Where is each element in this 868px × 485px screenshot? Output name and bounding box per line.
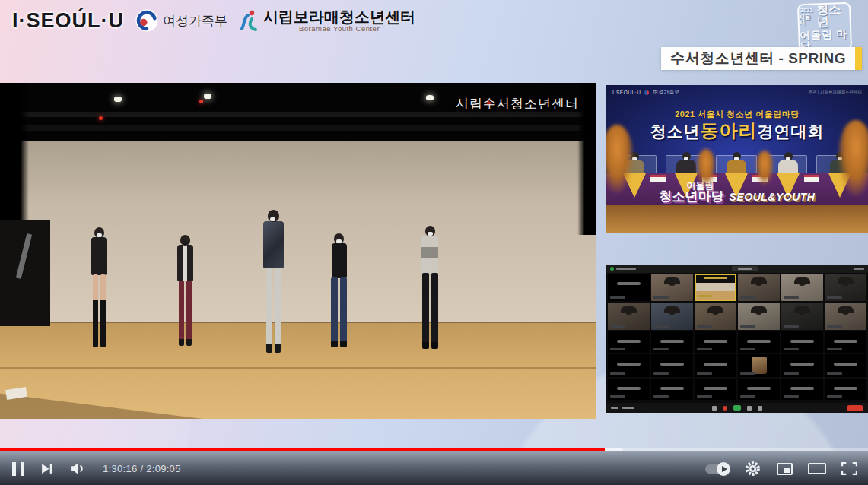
boramae-subtitle: Boramae Youth Center xyxy=(299,25,380,33)
offstage-equipment xyxy=(0,220,50,326)
zoom-participant-tile xyxy=(781,303,823,330)
zoom-mute-control xyxy=(611,407,618,409)
zoom-view-button xyxy=(732,266,758,271)
zoom-participant-tile xyxy=(695,379,736,400)
boramae-logo: 시립보라매청소년센터 Boramae Youth Center xyxy=(239,9,415,33)
zoom-participant-tile xyxy=(608,331,650,353)
settings-button[interactable] xyxy=(744,460,761,477)
zoom-participant-tile xyxy=(738,331,780,353)
stage-curtain-right xyxy=(577,83,596,235)
zoom-participant-tile xyxy=(695,331,736,353)
zoom-participant-tile xyxy=(825,354,866,377)
stage-sign-3d: 어울림 청소년마당 SEOUL&YOUTH xyxy=(660,181,816,204)
zoom-participant-tile xyxy=(781,274,823,301)
sign-word-main: 청소년마당 xyxy=(660,190,724,204)
volume-icon xyxy=(69,461,87,476)
dancer xyxy=(421,226,438,349)
judges-panel-video: I·SEOUL·U 여성가족부 주관 | 시립보라매청소년센터 2021 서울시… xyxy=(606,85,868,233)
dancer xyxy=(331,233,347,347)
video-watermark: 시립수서청소년센터 xyxy=(456,95,579,113)
event-title-accent xyxy=(855,47,862,70)
youtube-player: I·SEOÚL·U 여성가족부 시립보라매청소년센터 Boramae Youth… xyxy=(0,0,868,485)
zoom-participant-tile xyxy=(781,354,823,377)
banner-iseoul-logo: I·SEOUL·U xyxy=(612,90,641,95)
zoom-participant-tile xyxy=(651,274,693,301)
banner-title: 청소년동아리경연대회 xyxy=(606,119,868,143)
badge-city: 서울시 xyxy=(799,14,815,26)
zoom-title-bar xyxy=(606,265,868,273)
event-badge: 2021 서울시 청소년 어울림 마당 xyxy=(797,2,852,52)
zoom-participant-tile xyxy=(781,379,823,400)
event-title-bar: 수서청소년센터 - SPRING xyxy=(661,47,862,70)
zoom-video-control xyxy=(622,407,634,409)
event-title-text: 수서청소년센터 - SPRING xyxy=(661,47,855,70)
zoom-participant-tile xyxy=(825,303,866,330)
banner-mogef-icon xyxy=(644,90,649,95)
zoom-shield-icon xyxy=(610,267,614,271)
time-display: 1:30:16 / 2:09:05 xyxy=(103,463,181,474)
volume-button[interactable] xyxy=(69,461,87,476)
pause-button[interactable] xyxy=(12,462,24,476)
dancer xyxy=(177,235,193,346)
zoom-participant-tile xyxy=(695,303,736,330)
badge-word1: 청소년 xyxy=(816,3,850,28)
zoom-end-button xyxy=(847,405,863,411)
dancer xyxy=(91,227,107,347)
zoom-meeting-video xyxy=(606,265,868,413)
miniplayer-button[interactable] xyxy=(777,463,793,475)
judge xyxy=(676,152,696,173)
judge xyxy=(727,152,746,173)
zoom-record-icon xyxy=(723,406,727,411)
zoom-participant-tile xyxy=(738,274,780,301)
pampas-decoration xyxy=(696,149,716,187)
dancer xyxy=(263,210,284,353)
badge-year: 2021 xyxy=(800,8,813,14)
pampas-decoration xyxy=(755,151,774,185)
zoom-security-icon xyxy=(712,406,717,411)
zoom-meeting-info xyxy=(616,268,636,270)
miniplayer-icon xyxy=(784,468,790,473)
zoom-participant-tile xyxy=(781,331,823,353)
zoom-participant-tile xyxy=(738,354,780,377)
zoom-participant-grid xyxy=(608,274,866,400)
banner-credit-text: 주관 | 시립보라매청소년센터 xyxy=(809,90,863,95)
zoom-participant-tile xyxy=(738,379,780,400)
zoom-participant-tile xyxy=(651,379,693,400)
zoom-reactions-icon xyxy=(758,406,762,411)
stage-back-wall xyxy=(0,141,596,322)
zoom-participant-tile xyxy=(695,354,736,377)
zoom-toolbar xyxy=(606,403,868,413)
boramae-label: 시립보라매청소년센터 xyxy=(263,9,415,25)
sponsor-logo-row: I·SEOÚL·U 여성가족부 시립보라매청소년센터 Boramae Youth… xyxy=(12,5,415,36)
zoom-participant-tile xyxy=(651,303,693,330)
zoom-fullscreen-hint xyxy=(854,268,864,270)
autoplay-toggle[interactable] xyxy=(705,464,729,474)
zoom-participant-tile xyxy=(738,303,780,330)
mogef-logo: 여성가족부 xyxy=(135,9,227,32)
zoom-participant-tile xyxy=(825,379,866,400)
zoom-participant-tile xyxy=(825,274,866,301)
judge xyxy=(778,152,798,173)
pampas-decoration xyxy=(838,120,868,196)
boramae-emblem-icon xyxy=(239,9,259,32)
gear-icon xyxy=(744,460,761,477)
zoom-participant-tile xyxy=(651,331,693,353)
fullscreen-button[interactable] xyxy=(841,462,857,475)
zoom-participant-tile xyxy=(608,379,650,400)
next-button[interactable] xyxy=(40,462,53,475)
main-stage-video[interactable]: 시립수서청소년센터 xyxy=(0,83,596,419)
zoom-participant-tile xyxy=(608,354,650,377)
mogef-label: 여성가족부 xyxy=(163,12,227,30)
zoom-participant-tile xyxy=(608,274,650,301)
stage-floor xyxy=(0,322,596,419)
theater-mode-button[interactable] xyxy=(808,463,826,474)
sign-word-english: SEOUL&YOUTH xyxy=(730,192,816,203)
fullscreen-icon xyxy=(841,462,857,475)
mogef-emblem-icon xyxy=(135,9,158,32)
banner-mogef-label: 여성가족부 xyxy=(653,89,679,96)
zoom-participant-tile xyxy=(825,331,866,353)
judges-floor xyxy=(606,205,868,233)
zoom-chat-icon xyxy=(747,406,752,411)
zoom-participant-tile xyxy=(608,303,650,330)
zoom-participant-tile xyxy=(651,354,693,377)
